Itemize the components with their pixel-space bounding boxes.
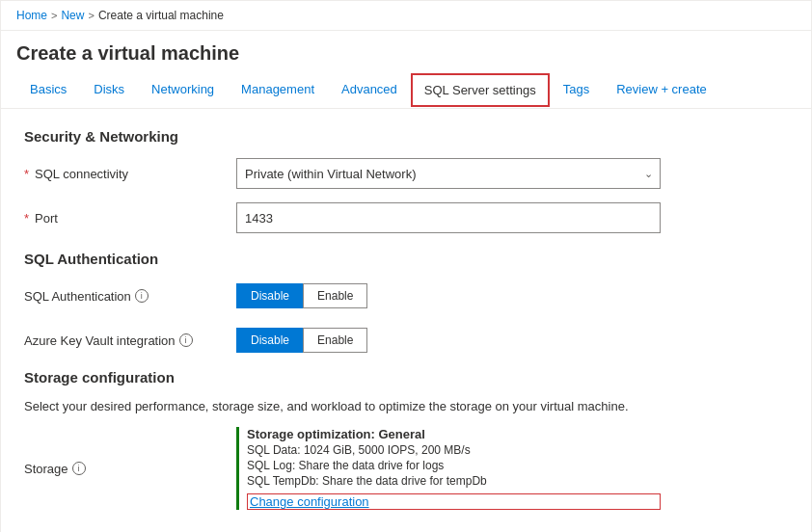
port-required: * xyxy=(24,211,29,226)
key-vault-toggle: Disable Enable xyxy=(236,328,661,353)
key-vault-toggle-group: Disable Enable xyxy=(236,328,661,353)
sql-auth-info-icon[interactable]: i xyxy=(135,289,149,303)
storage-opt-title: Storage optimization: General xyxy=(247,427,661,441)
tab-disks[interactable]: Disks xyxy=(80,72,138,108)
storage-config-title: Storage configuration xyxy=(24,369,788,386)
key-vault-label: Azure Key Vault integration i xyxy=(24,333,236,348)
sql-auth-disable-button[interactable]: Disable xyxy=(236,283,303,308)
sql-connectivity-row: * SQL connectivity Private (within Virtu… xyxy=(24,158,788,189)
page-title: Create a virtual machine xyxy=(16,42,796,65)
tab-basics[interactable]: Basics xyxy=(16,72,80,108)
storage-value-box: Storage optimization: General SQL Data: … xyxy=(247,427,661,510)
storage-detail-1: SQL Data: 1024 GiB, 5000 IOPS, 200 MB/s xyxy=(247,443,661,457)
breadcrumb-sep-2: > xyxy=(88,10,94,21)
sql-auth-enable-button[interactable]: Enable xyxy=(303,283,367,308)
storage-label: Storage i xyxy=(24,462,236,476)
sql-auth-title: SQL Authentication xyxy=(24,251,788,267)
storage-info-icon[interactable]: i xyxy=(72,462,86,475)
tab-tags[interactable]: Tags xyxy=(550,72,603,108)
storage-config-section: Storage configuration Select your desire… xyxy=(24,369,788,510)
storage-details-box: Storage optimization: General SQL Data: … xyxy=(236,427,661,510)
sql-auth-toggle: Disable Enable xyxy=(236,283,661,308)
key-vault-info-icon[interactable]: i xyxy=(179,333,193,347)
storage-value: Storage optimization: General SQL Data: … xyxy=(236,427,661,510)
sql-auth-section: SQL Authentication SQL Authentication i … xyxy=(24,251,788,356)
page-header: Create a virtual machine xyxy=(1,31,811,72)
tabs-nav: Basics Disks Networking Management Advan… xyxy=(1,72,811,109)
tab-networking[interactable]: Networking xyxy=(138,72,228,108)
change-configuration-link[interactable]: Change configuration xyxy=(247,493,661,510)
port-control xyxy=(236,202,661,233)
port-row: * Port xyxy=(24,202,788,233)
sql-auth-toggle-group: Disable Enable xyxy=(236,283,661,308)
page-wrapper: Home > New > Create a virtual machine Cr… xyxy=(0,0,812,532)
sql-connectivity-label: * SQL connectivity xyxy=(24,167,236,181)
breadcrumb-sep-1: > xyxy=(51,10,57,21)
sql-auth-row: SQL Authentication i Disable Enable xyxy=(24,280,788,311)
security-networking-title: Security & Networking xyxy=(24,128,788,145)
port-label: * Port xyxy=(24,211,236,226)
breadcrumb-current: Create a virtual machine xyxy=(98,9,224,22)
storage-config-description: Select your desired performance, storage… xyxy=(24,399,788,413)
storage-detail-3: SQL TempDb: Share the data drive for tem… xyxy=(247,474,661,488)
breadcrumb-new[interactable]: New xyxy=(61,9,84,22)
sql-connectivity-select-wrapper: Private (within Virtual Network) Public … xyxy=(236,158,661,189)
storage-detail-2: SQL Log: Share the data drive for logs xyxy=(247,459,661,472)
key-vault-disable-button[interactable]: Disable xyxy=(236,328,303,353)
breadcrumb-home[interactable]: Home xyxy=(16,9,47,22)
tab-advanced[interactable]: Advanced xyxy=(328,72,411,108)
sql-connectivity-control: Private (within Virtual Network) Public … xyxy=(236,158,661,189)
storage-row: Storage i Storage optimization: General … xyxy=(24,427,788,510)
port-input[interactable] xyxy=(236,202,661,233)
content-area: Security & Networking * SQL connectivity… xyxy=(1,109,811,532)
tab-sql-server-settings[interactable]: SQL Server settings xyxy=(411,73,550,107)
breadcrumb: Home > New > Create a virtual machine xyxy=(1,1,811,31)
tab-management[interactable]: Management xyxy=(228,72,328,108)
sql-auth-label: SQL Authentication i xyxy=(24,289,236,304)
sql-connectivity-select[interactable]: Private (within Virtual Network) Public … xyxy=(236,158,661,189)
tab-review-create[interactable]: Review + create xyxy=(603,72,720,108)
sql-connectivity-required: * xyxy=(24,167,29,181)
key-vault-row: Azure Key Vault integration i Disable En… xyxy=(24,325,788,356)
key-vault-enable-button[interactable]: Enable xyxy=(303,328,367,353)
